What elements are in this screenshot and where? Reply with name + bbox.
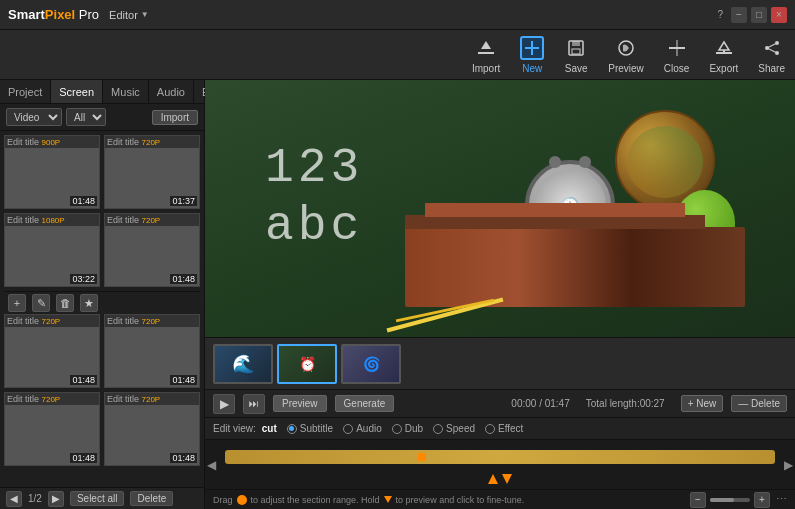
controls-bar: ▶ ⏭ Preview Generate 00:00 / 01:47 Total… xyxy=(205,389,795,417)
media-item[interactable]: Edit title 720P 01:48 xyxy=(104,213,200,287)
svg-line-17 xyxy=(767,48,777,53)
close-btn[interactable]: × xyxy=(771,7,787,23)
edit-view-label: Edit view: xyxy=(213,423,256,434)
left-panel: Project Screen Music Audio Effect Video … xyxy=(0,80,205,509)
tab-music[interactable]: Music xyxy=(103,80,149,103)
chalk-text: 123abc xyxy=(265,140,363,255)
prev-page-btn[interactable]: ◀ xyxy=(6,491,22,507)
svg-marker-1 xyxy=(481,41,491,49)
zoom-track xyxy=(710,498,750,502)
delete-icon[interactable]: 🗑 xyxy=(56,294,74,312)
minimize-btn[interactable]: − xyxy=(731,7,747,23)
zoom-minus-btn[interactable]: − xyxy=(690,492,706,508)
help-btn[interactable]: ? xyxy=(713,9,727,20)
radio-effect[interactable]: Effect xyxy=(485,423,523,434)
preview-btn[interactable]: Preview xyxy=(608,36,644,74)
svg-marker-11 xyxy=(719,42,729,50)
import-media-btn[interactable]: Import xyxy=(152,110,198,125)
video-preview: 123abc 🕑 xyxy=(205,80,795,337)
svg-line-16 xyxy=(767,43,777,48)
next-page-btn[interactable]: ▶ xyxy=(48,491,64,507)
left-delete-btn[interactable]: Delete xyxy=(130,491,173,506)
media-item[interactable]: Edit title 720P 01:48 xyxy=(104,314,200,388)
window-controls: ? − □ × xyxy=(713,7,787,23)
add-icon[interactable]: + xyxy=(8,294,26,312)
tab-audio[interactable]: Audio xyxy=(149,80,194,103)
close-toolbar-btn[interactable]: Close xyxy=(664,36,690,74)
media-row: Edit title 1080P 03:22 Edit title 720P 0… xyxy=(4,213,200,287)
thumb: 01:48 xyxy=(105,327,199,387)
editor-menu[interactable]: Editor ▼ xyxy=(109,9,149,21)
toolbar: Import New Save Preview Close Export S xyxy=(0,30,795,80)
timeline-marker[interactable] xyxy=(418,453,426,461)
pos-marker-left[interactable] xyxy=(488,474,498,484)
preview-btn-ctrl[interactable]: Preview xyxy=(273,395,327,412)
timeline-position-markers xyxy=(488,474,512,484)
radio-subtitle[interactable]: Subtitle xyxy=(287,423,333,434)
radio-circle-speed xyxy=(433,424,443,434)
cut-label: cut xyxy=(262,423,277,434)
books xyxy=(405,227,745,307)
app-logo: SmartPixel Pro xyxy=(8,7,99,22)
export-icon xyxy=(712,36,736,60)
media-item[interactable]: Edit title 720P 01:48 xyxy=(4,392,100,466)
new-btn[interactable]: New xyxy=(520,36,544,74)
right-panel: 123abc 🕑 xyxy=(205,80,795,509)
thumb: 01:48 xyxy=(105,405,199,465)
strip-thumb[interactable]: 🌊 xyxy=(213,344,273,384)
delete-sm-btn[interactable]: — Delete xyxy=(731,395,787,412)
pos-marker-right[interactable] xyxy=(502,474,512,484)
share-btn[interactable]: Share xyxy=(758,36,785,74)
select-all-btn[interactable]: Select all xyxy=(70,491,125,506)
thumb: 01:37 xyxy=(105,148,199,208)
filter-bar: Video Image All Import xyxy=(0,104,204,131)
svg-rect-12 xyxy=(723,50,725,54)
import-btn[interactable]: Import xyxy=(472,36,500,74)
chalkboard: 123abc 🕑 xyxy=(205,80,795,337)
tab-project[interactable]: Project xyxy=(0,80,51,103)
share-icon xyxy=(760,36,784,60)
radio-dub[interactable]: Dub xyxy=(392,423,423,434)
action-row: + ✎ 🗑 ★ xyxy=(4,291,200,314)
drag-triangle-icon xyxy=(384,496,392,503)
time-display: 00:00 / 01:47 xyxy=(511,398,569,409)
star-icon[interactable]: ★ xyxy=(80,294,98,312)
save-btn[interactable]: Save xyxy=(564,36,588,74)
main-area: Project Screen Music Audio Effect Video … xyxy=(0,80,795,509)
media-item[interactable]: Edit title 720P 01:37 xyxy=(104,135,200,209)
svg-rect-0 xyxy=(478,52,494,54)
tab-screen[interactable]: Screen xyxy=(51,80,103,103)
radio-audio[interactable]: Audio xyxy=(343,423,382,434)
radio-circle-subtitle xyxy=(287,424,297,434)
new-sm-btn[interactable]: + New xyxy=(681,395,724,412)
strip-thumb[interactable]: ⏰ xyxy=(277,344,337,384)
type-select[interactable]: Video Image xyxy=(6,108,62,126)
media-grid: Edit title 900P 01:48 Edit title 720P 01… xyxy=(0,131,204,487)
category-select[interactable]: All xyxy=(66,108,106,126)
timeline-left-arrow[interactable]: ◀ xyxy=(207,458,216,472)
import-icon xyxy=(474,36,498,60)
zoom-plus-btn[interactable]: + xyxy=(754,492,770,508)
drag-circle-icon xyxy=(237,495,247,505)
radio-speed[interactable]: Speed xyxy=(433,423,475,434)
svg-rect-5 xyxy=(572,41,580,46)
generate-btn[interactable]: Generate xyxy=(335,395,395,412)
media-item[interactable]: Edit title 900P 01:48 xyxy=(4,135,100,209)
step-btn[interactable]: ⏭ xyxy=(243,394,265,414)
media-item[interactable]: Edit title 720P 01:48 xyxy=(104,392,200,466)
media-item[interactable]: Edit title 720P 01:48 xyxy=(4,314,100,388)
media-item[interactable]: Edit title 1080P 03:22 xyxy=(4,213,100,287)
preview-icon xyxy=(614,36,638,60)
timeline-right-arrow[interactable]: ▶ xyxy=(784,458,793,472)
maximize-btn[interactable]: □ xyxy=(751,7,767,23)
play-btn[interactable]: ▶ xyxy=(213,394,235,414)
radio-circle-dub xyxy=(392,424,402,434)
edit-icon[interactable]: ✎ xyxy=(32,294,50,312)
export-btn[interactable]: Export xyxy=(709,36,738,74)
media-row: Edit title 720P 01:48 Edit title 720P 01… xyxy=(4,392,200,466)
strip-thumb[interactable]: 🌀 xyxy=(341,344,401,384)
drag-bar: Drag to adjust the section range. Hold t… xyxy=(205,489,795,509)
chevron-icon: ▼ xyxy=(141,10,149,19)
thumb: 01:48 xyxy=(5,327,99,387)
timeline-track[interactable] xyxy=(225,450,775,464)
